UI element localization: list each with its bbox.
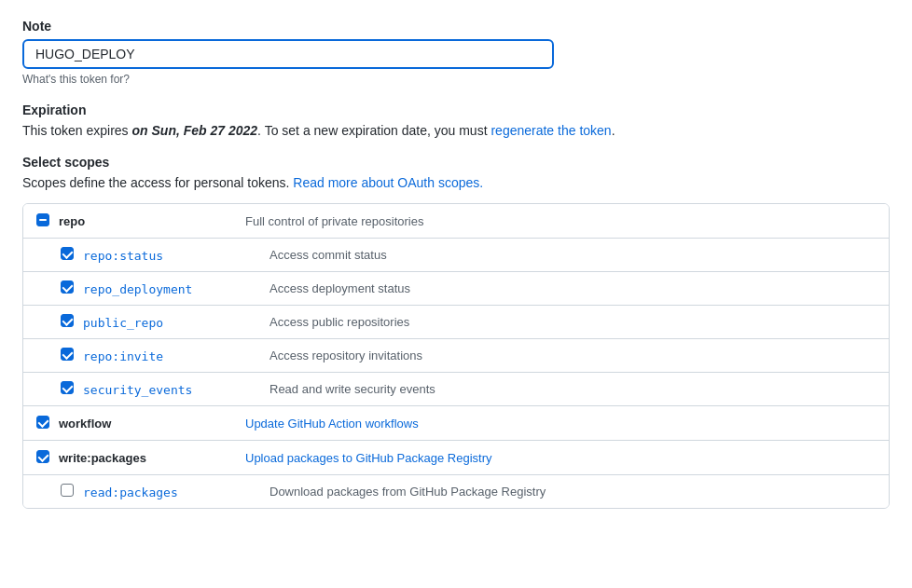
- scope-desc-repo-invite: Access repository invitations: [269, 349, 876, 362]
- scope-row-read-packages: read:packages Download packages from Git…: [23, 474, 889, 508]
- checkbox-col-public-repo: [61, 314, 83, 330]
- scope-name-col-write-packages: write:packages: [59, 450, 245, 465]
- scope-desc-workflow: Update GitHub Action workflows: [245, 417, 876, 431]
- scope-name-repo-invite: repo:invite: [83, 349, 163, 363]
- checkbox-repo-status[interactable]: [61, 247, 74, 260]
- scope-row-write-packages: write:packages Upload packages to GitHub…: [23, 441, 889, 474]
- scope-row-repo-status: repo:status Access commit status: [23, 238, 889, 271]
- scope-name-workflow: workflow: [59, 417, 111, 431]
- scope-name-repo-deployment: repo_deployment: [83, 282, 192, 296]
- scopes-description: Scopes define the access for personal to…: [22, 175, 890, 190]
- scope-group-workflow: workflow Update GitHub Action workflows: [23, 406, 889, 441]
- checkbox-col-repo: [36, 213, 59, 229]
- scope-row-public-repo: public_repo Access public repositories: [23, 305, 889, 338]
- scope-name-col-security-events: security_events: [83, 382, 269, 397]
- checkbox-col-repo-invite: [61, 348, 83, 363]
- scope-name-col-read-packages: read:packages: [83, 485, 269, 499]
- checkbox-col-read-packages: [61, 484, 83, 499]
- scope-group-write-packages: write:packages Upload packages to GitHub…: [23, 441, 889, 508]
- note-section: Note What's this token for?: [22, 19, 890, 86]
- regenerate-token-link[interactable]: regenerate the token: [491, 123, 611, 138]
- checkbox-repo[interactable]: [36, 213, 49, 226]
- note-helper: What's this token for?: [22, 73, 890, 86]
- scope-row-repo-invite: repo:invite Access repository invitation…: [23, 338, 889, 372]
- checkbox-col-repo-deployment: [61, 280, 83, 296]
- scope-name-col-repo: repo: [59, 213, 245, 228]
- expiration-text-before: This token expires: [22, 123, 132, 138]
- scopes-table: repo Full control of private repositorie…: [22, 203, 890, 509]
- checkbox-public-repo[interactable]: [61, 314, 74, 327]
- scope-name-read-packages: read:packages: [83, 485, 178, 499]
- checkbox-write-packages[interactable]: [36, 450, 49, 463]
- scope-name-col-repo-status: repo:status: [83, 248, 269, 263]
- expiration-date: on Sun, Feb 27 2022: [132, 123, 258, 138]
- scope-row-repo: repo Full control of private repositorie…: [23, 204, 889, 238]
- note-input[interactable]: [22, 39, 554, 69]
- scope-name-col-public-repo: public_repo: [83, 315, 269, 330]
- scope-name-col-workflow: workflow: [59, 416, 245, 431]
- select-scopes-label: Select scopes: [22, 155, 890, 170]
- scope-row-repo-deployment: repo_deployment Access deployment status: [23, 271, 889, 305]
- scope-name-col-repo-deployment: repo_deployment: [83, 281, 269, 296]
- scope-group-repo: repo Full control of private repositorie…: [23, 204, 889, 406]
- scopes-desc-text: Scopes define the access for personal to…: [22, 175, 293, 190]
- expiration-text: This token expires on Sun, Feb 27 2022. …: [22, 123, 890, 138]
- scope-desc-repo: Full control of private repositories: [245, 214, 876, 228]
- scope-name-public-repo: public_repo: [83, 316, 163, 330]
- checkbox-col-repo-status: [61, 247, 83, 263]
- note-label: Note: [22, 19, 890, 34]
- scope-name-write-packages: write:packages: [59, 451, 146, 465]
- checkbox-col-workflow: [36, 416, 59, 431]
- scope-desc-public-repo: Access public repositories: [269, 315, 876, 329]
- expiration-section: Expiration This token expires on Sun, Fe…: [22, 103, 890, 138]
- scope-desc-repo-status: Access commit status: [269, 248, 876, 262]
- scope-name-security-events: security_events: [83, 383, 192, 397]
- expiration-text-end: .: [612, 123, 615, 138]
- scope-row-workflow: workflow Update GitHub Action workflows: [23, 406, 889, 440]
- scope-name-repo-status: repo:status: [83, 249, 163, 263]
- checkbox-security-events[interactable]: [61, 381, 74, 394]
- checkbox-read-packages[interactable]: [61, 484, 74, 497]
- scope-desc-write-packages: Upload packages to GitHub Package Regist…: [245, 451, 876, 465]
- checkbox-repo-deployment[interactable]: [61, 280, 74, 294]
- scope-row-security-events: security_events Read and write security …: [23, 372, 889, 405]
- expiration-label: Expiration: [22, 103, 890, 117]
- expiration-text-after: . To set a new expiration date, you must: [257, 123, 491, 138]
- scope-name-repo: repo: [59, 214, 85, 228]
- checkbox-repo-invite[interactable]: [61, 348, 74, 361]
- checkbox-col-write-packages: [36, 450, 59, 466]
- scope-name-col-repo-invite: repo:invite: [83, 349, 269, 363]
- oauth-scopes-link[interactable]: Read more about OAuth scopes.: [293, 175, 483, 190]
- scope-desc-read-packages: Download packages from GitHub Package Re…: [269, 485, 876, 499]
- checkbox-col-security-events: [61, 381, 83, 397]
- scopes-section: Select scopes Scopes define the access f…: [22, 155, 890, 509]
- scope-desc-repo-deployment: Access deployment status: [269, 281, 876, 295]
- scope-desc-security-events: Read and write security events: [269, 382, 876, 396]
- checkbox-workflow[interactable]: [36, 416, 49, 429]
